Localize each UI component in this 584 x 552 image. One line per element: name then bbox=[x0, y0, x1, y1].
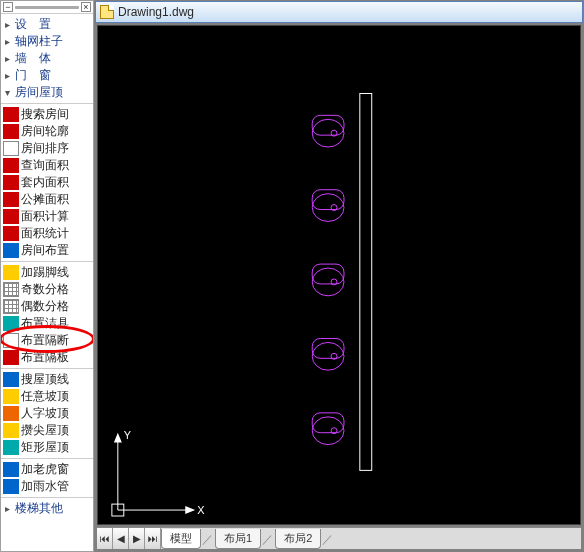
tab-nav-last[interactable]: ⏭ bbox=[145, 528, 161, 549]
cmd-label: 任意坡顶 bbox=[21, 388, 69, 405]
cmd-search-room[interactable]: 搜索房间 bbox=[1, 106, 93, 123]
layout-tab-bar: ⏮ ◀ ▶ ⏭ 模型 ／ 布局1 ／ 布局2 ／ bbox=[97, 527, 581, 549]
toilet-fixture bbox=[312, 264, 344, 296]
tree-item-grid-column[interactable]: ▸轴网柱子 bbox=[1, 33, 93, 50]
tree-item-room-roof[interactable]: ▾房间屋顶 bbox=[1, 84, 93, 101]
cmd-label: 面积计算 bbox=[21, 208, 69, 225]
axis-y-label: Y bbox=[124, 429, 132, 441]
category-tree-bottom: ▸楼梯其他 bbox=[1, 498, 93, 519]
cmd-query-area[interactable]: 查询面积 bbox=[1, 157, 93, 174]
rainpipe-icon bbox=[3, 479, 19, 494]
tab-separator: ／ bbox=[260, 529, 275, 550]
tree-label: 门 窗 bbox=[15, 67, 51, 84]
room-search-icon bbox=[3, 107, 19, 122]
cmd-hip-roof[interactable]: 攒尖屋顶 bbox=[1, 422, 93, 439]
category-tree: ▸设 置 ▸轴网柱子 ▸墙 体 ▸门 窗 ▾房间屋顶 bbox=[1, 14, 93, 104]
cmd-label: 攒尖屋顶 bbox=[21, 422, 69, 439]
cmd-search-roofline[interactable]: 搜屋顶线 bbox=[1, 371, 93, 388]
tab-nav-buttons: ⏮ ◀ ▶ ⏭ bbox=[97, 528, 161, 549]
collapse-icon[interactable]: − bbox=[3, 2, 13, 12]
cmd-area-stats[interactable]: 面积统计 bbox=[1, 225, 93, 242]
cmd-label: 套内面积 bbox=[21, 174, 69, 191]
tree-item-settings[interactable]: ▸设 置 bbox=[1, 16, 93, 33]
tab-layout-2[interactable]: 布局2 bbox=[275, 529, 321, 549]
fixture-icon bbox=[3, 316, 19, 331]
close-icon[interactable]: × bbox=[81, 2, 91, 12]
svg-rect-7 bbox=[312, 264, 344, 284]
cmd-label: 加踢脚线 bbox=[21, 264, 69, 281]
cmd-label: 查询面积 bbox=[21, 157, 69, 174]
cmd-dormer[interactable]: 加老虎窗 bbox=[1, 461, 93, 478]
cmd-place-fixture[interactable]: 布置洁具 bbox=[1, 315, 93, 332]
tree-item-door-window[interactable]: ▸门 窗 bbox=[1, 67, 93, 84]
cmd-label: 房间排序 bbox=[21, 140, 69, 157]
toilet-fixture bbox=[312, 413, 344, 445]
drawing-window: Drawing1.dwg bbox=[94, 0, 584, 552]
cmd-inner-area[interactable]: 套内面积 bbox=[1, 174, 93, 191]
inner-area-icon bbox=[3, 175, 19, 190]
cmd-label: 房间布置 bbox=[21, 242, 69, 259]
odd-grid-icon bbox=[3, 282, 19, 297]
tab-nav-prev[interactable]: ◀ bbox=[113, 528, 129, 549]
tree-item-wall[interactable]: ▸墙 体 bbox=[1, 50, 93, 67]
svg-rect-13 bbox=[312, 413, 344, 433]
cmd-label: 奇数分格 bbox=[21, 281, 69, 298]
cmd-label: 布置隔断 bbox=[21, 332, 69, 349]
baffle-icon bbox=[3, 350, 19, 365]
chevron-right-icon: ▸ bbox=[5, 36, 15, 47]
cmd-room-sort[interactable]: 房间排序 bbox=[1, 140, 93, 157]
cmd-room-outline[interactable]: 房间轮廓 bbox=[1, 123, 93, 140]
cmd-rect-roof[interactable]: 矩形屋顶 bbox=[1, 439, 93, 456]
axis-x-label: X bbox=[197, 504, 205, 516]
tab-model[interactable]: 模型 bbox=[161, 529, 201, 549]
drawing-canvas[interactable]: Y X bbox=[98, 26, 580, 524]
cmd-shared-area[interactable]: 公摊面积 bbox=[1, 191, 93, 208]
cmd-even-grid[interactable]: 偶数分格 bbox=[1, 298, 93, 315]
tree-item-stairs[interactable]: ▸楼梯其他 bbox=[1, 500, 93, 517]
svg-marker-18 bbox=[185, 506, 195, 514]
partition-icon bbox=[3, 333, 19, 348]
room-outline-icon bbox=[3, 124, 19, 139]
cmd-place-baffle[interactable]: 布置隔板 bbox=[1, 349, 93, 366]
svg-point-6 bbox=[312, 268, 344, 296]
cmd-label: 矩形屋顶 bbox=[21, 439, 69, 456]
svg-marker-16 bbox=[114, 433, 122, 443]
cmd-skirting[interactable]: 加踢脚线 bbox=[1, 264, 93, 281]
tool-palette: − × ▸设 置 ▸轴网柱子 ▸墙 体 ▸门 窗 ▾房间屋顶 搜索房间 房间轮廓… bbox=[0, 0, 94, 552]
area-query-icon bbox=[3, 158, 19, 173]
chevron-right-icon: ▸ bbox=[5, 53, 15, 64]
cmd-label: 布置隔板 bbox=[21, 349, 69, 366]
svg-rect-4 bbox=[312, 190, 344, 210]
slider-track[interactable] bbox=[15, 6, 79, 9]
area-calc-icon bbox=[3, 209, 19, 224]
tab-nav-first[interactable]: ⏮ bbox=[97, 528, 113, 549]
ucs-icon: Y X bbox=[112, 429, 205, 516]
cmd-gable-roof[interactable]: 人字坡顶 bbox=[1, 405, 93, 422]
cmd-label: 加老虎窗 bbox=[21, 461, 69, 478]
svg-point-3 bbox=[312, 194, 344, 222]
cmd-label: 加雨水管 bbox=[21, 478, 69, 495]
cmd-odd-grid[interactable]: 奇数分格 bbox=[1, 281, 93, 298]
model-viewport[interactable]: Y X bbox=[97, 25, 581, 525]
cmd-label: 偶数分格 bbox=[21, 298, 69, 315]
room-sort-icon bbox=[3, 141, 19, 156]
cmd-label: 布置洁具 bbox=[21, 315, 69, 332]
cmd-area-calc[interactable]: 面积计算 bbox=[1, 208, 93, 225]
tab-layout-1[interactable]: 布局1 bbox=[215, 529, 261, 549]
svg-point-12 bbox=[312, 417, 344, 445]
cmd-place-partition[interactable]: 布置隔断 bbox=[1, 332, 93, 349]
cmd-rainpipe[interactable]: 加雨水管 bbox=[1, 478, 93, 495]
any-slope-icon bbox=[3, 389, 19, 404]
cmd-any-slope[interactable]: 任意坡顶 bbox=[1, 388, 93, 405]
chevron-right-icon: ▸ bbox=[5, 19, 15, 30]
roofline-icon bbox=[3, 372, 19, 387]
skirting-icon bbox=[3, 265, 19, 280]
tab-nav-next[interactable]: ▶ bbox=[129, 528, 145, 549]
chevron-right-icon: ▸ bbox=[5, 70, 15, 81]
svg-point-9 bbox=[312, 342, 344, 370]
cmd-room-layout[interactable]: 房间布置 bbox=[1, 242, 93, 259]
toilet-fixture bbox=[312, 115, 344, 147]
tree-label: 楼梯其他 bbox=[15, 500, 63, 517]
cmd-label: 搜屋顶线 bbox=[21, 371, 69, 388]
document-titlebar[interactable]: Drawing1.dwg bbox=[95, 1, 583, 23]
